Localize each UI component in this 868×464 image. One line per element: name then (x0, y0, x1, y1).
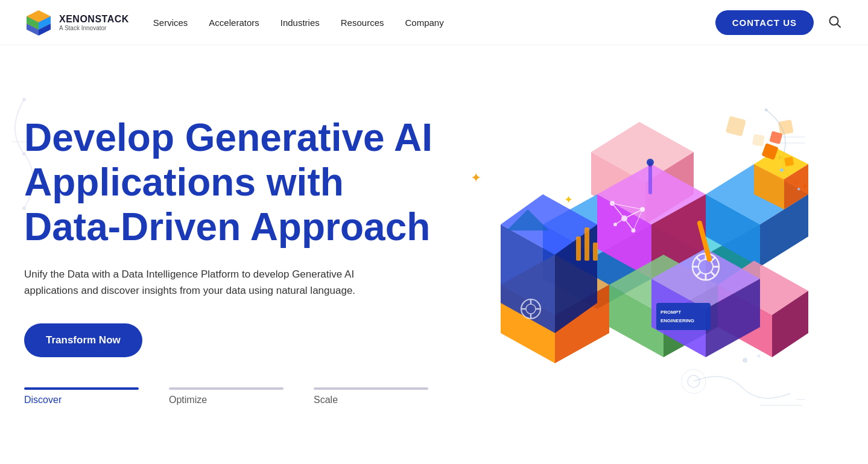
logo-sub: A Stack Innovator (59, 25, 129, 31)
svg-text:ENGINEERING: ENGINEERING (661, 318, 694, 323)
contact-us-button[interactable]: CONTACT US (715, 10, 814, 35)
tab-bar-optimize (169, 387, 284, 390)
svg-text:✦: ✦ (796, 186, 801, 192)
nav-links: Services Accelerators Industries Resourc… (153, 17, 444, 28)
nav-right: CONTACT US (715, 10, 844, 35)
svg-line-8 (837, 24, 841, 27)
tab-label-discover: Discover (24, 395, 139, 405)
svg-rect-88 (593, 243, 598, 261)
svg-rect-94 (648, 164, 652, 194)
svg-rect-90 (656, 303, 711, 330)
svg-text:PROMPT: PROMPT (661, 310, 681, 315)
tab-bar-scale (314, 387, 428, 390)
iso-illustration: PROMPT ENGINEERING ✦ ✦ ✦ (470, 104, 808, 418)
hero-right: ✦ ✦ ✦ (434, 86, 844, 436)
logo-icon (24, 8, 53, 37)
svg-rect-13 (725, 116, 746, 136)
nav-left: XENONSTACK A Stack Innovator Services Ac… (24, 8, 444, 37)
tab-scale[interactable]: Scale (314, 387, 428, 405)
nav-link-resources[interactable]: Resources (341, 17, 384, 28)
svg-text:✦: ✦ (564, 194, 573, 206)
search-button[interactable] (826, 13, 844, 33)
hero-left: Develop Generative AI Applications with … (24, 116, 434, 405)
nav-link-accelerators[interactable]: Accelerators (209, 17, 259, 28)
svg-rect-101 (784, 157, 794, 167)
svg-rect-87 (584, 227, 589, 261)
logo-text-group: XENONSTACK A Stack Innovator (59, 14, 129, 31)
svg-point-16 (764, 109, 767, 112)
tab-label-optimize: Optimize (169, 395, 284, 405)
hero-tabs: Discover Optimize Scale (24, 387, 434, 405)
svg-point-24 (743, 358, 747, 363)
nav-link-company[interactable]: Company (405, 17, 443, 28)
navbar: XENONSTACK A Stack Innovator Services Ac… (0, 0, 868, 45)
tab-label-scale: Scale (314, 395, 428, 405)
hero-subtitle: Unify the Data with a Data Intelligence … (24, 266, 386, 299)
tab-bar-discover (24, 387, 139, 390)
search-icon (828, 15, 841, 28)
transform-now-button[interactable]: Transform Now (24, 323, 142, 357)
svg-text:✦: ✦ (778, 165, 785, 175)
svg-point-25 (757, 355, 760, 358)
nav-link-services[interactable]: Services (153, 17, 188, 28)
logo-link[interactable]: XENONSTACK A Stack Innovator (24, 8, 129, 37)
nav-link-industries[interactable]: Industries (280, 17, 320, 28)
logo-name: XENONSTACK (59, 14, 129, 25)
svg-rect-14 (752, 134, 764, 147)
tab-discover[interactable]: Discover (24, 387, 139, 405)
svg-rect-86 (576, 237, 581, 261)
svg-rect-15 (778, 119, 793, 135)
svg-point-96 (647, 159, 654, 166)
svg-point-9 (22, 98, 26, 101)
hero-section: Develop Generative AI Applications with … (0, 45, 868, 464)
iso-svg: PROMPT ENGINEERING ✦ ✦ ✦ (470, 104, 808, 418)
tab-optimize[interactable]: Optimize (169, 387, 284, 405)
hero-title: Develop Generative AI Applications with … (24, 116, 434, 249)
